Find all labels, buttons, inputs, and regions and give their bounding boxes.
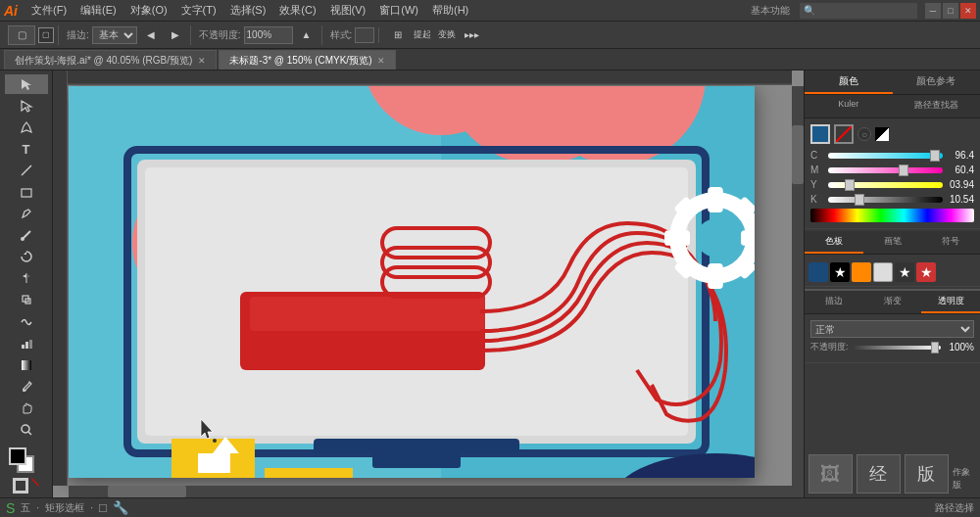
menu-text[interactable]: 文字(T) [175, 1, 222, 20]
brush-tool[interactable] [5, 225, 48, 245]
opacity-panel-value: 100% [945, 342, 974, 352]
stroke-prev-button[interactable]: ◀ [140, 25, 162, 45]
cyan-slider[interactable] [828, 153, 943, 159]
menu-view[interactable]: 视图(V) [324, 1, 372, 20]
rotate-tool[interactable] [5, 247, 48, 266]
foreground-color-swatch[interactable] [9, 447, 26, 465]
tab-brushes[interactable]: 画笔 [863, 231, 922, 254]
thumbnail-label-1: 经 [857, 454, 901, 494]
selection-tool[interactable] [5, 74, 48, 94]
tab-close-1[interactable]: ✕ [198, 56, 206, 66]
scrollbar-horizontal[interactable] [69, 486, 804, 497]
stroke-label: 描边: [67, 28, 89, 42]
graph-tool[interactable] [5, 334, 48, 353]
svg-point-12 [23, 389, 25, 392]
opacity-up[interactable]: ▲ [296, 25, 318, 45]
stroke-color-button[interactable]: ▢ [38, 27, 54, 43]
direct-selection-tool[interactable] [5, 96, 48, 116]
none-swatch[interactable]: ○ [858, 127, 871, 141]
pen-tool[interactable] [5, 118, 48, 137]
mirror-tool[interactable] [5, 268, 48, 288]
tab-kuler[interactable]: Kuler [805, 95, 893, 118]
magenta-slider[interactable] [828, 167, 943, 173]
scrollbar-vertical[interactable] [792, 86, 804, 497]
opacity-label: 不透明度: [199, 28, 241, 42]
dot-sep-2: · [90, 502, 93, 513]
align-label[interactable]: 提起 [412, 25, 433, 45]
gradient-swatch[interactable] [875, 127, 889, 141]
properties-toolbar: ▢ ▢ 描边: 基本 ◀ ▶ 不透明度: ▲ 样式: ⊞ 提起 变换 ▸▸▸ [0, 22, 980, 49]
type-tool[interactable]: T [5, 139, 48, 159]
bottom-panel-tabs: 描边 渐变 透明度 [805, 291, 980, 314]
more-btn[interactable]: ▸▸▸ [461, 25, 482, 45]
tab-symbols[interactable]: 符号 [921, 231, 980, 254]
swatch-navy[interactable] [808, 262, 828, 282]
tab-swatches[interactable]: 色板 [805, 231, 863, 254]
stroke-next-button[interactable]: ▶ [165, 25, 186, 45]
canvas-area[interactable]: A − C B [53, 70, 804, 497]
tab-color-guide[interactable]: 颜色参考 [893, 70, 981, 94]
menu-object[interactable]: 对象(O) [124, 1, 173, 20]
tab-transparency[interactable]: 透明度 [921, 291, 980, 313]
hand-tool[interactable] [5, 399, 48, 418]
eyedropper-tool[interactable] [5, 377, 48, 397]
tab-stroke[interactable]: 描边 [805, 291, 863, 313]
close-button[interactable]: ✕ [960, 3, 976, 19]
style-section: 样式: [326, 27, 380, 43]
menu-file[interactable]: 文件(F) [25, 1, 73, 20]
menu-edit[interactable]: 编辑(E) [74, 1, 122, 20]
tab-document-2[interactable]: 未标题-3* @ 150% (CMYK/预览) ✕ [219, 50, 396, 70]
transform-label[interactable]: 变换 [436, 25, 458, 45]
zoom-tool[interactable] [5, 420, 48, 440]
color-spectrum[interactable] [810, 209, 974, 222]
scale-tool[interactable] [5, 290, 48, 309]
opacity-input[interactable] [244, 26, 293, 44]
yellow-slider[interactable] [828, 182, 943, 188]
selection-mode-button[interactable]: ▢ [8, 25, 35, 45]
style-swatch[interactable] [355, 27, 374, 43]
icon-grid-btn[interactable]: ⊞ [387, 25, 409, 45]
left-toolbar: T [0, 70, 53, 497]
tab-pathfinder[interactable]: 路径查找器 [893, 95, 981, 118]
menu-effect[interactable]: 效果(C) [273, 1, 321, 20]
document-tabs: 创作策划-海报.ai* @ 40.05% (RGB/预览) ✕ 未标题-3* @… [0, 49, 980, 70]
stroke-color-swatch[interactable] [834, 124, 854, 144]
ruler-vertical [53, 70, 68, 486]
swatch-orange[interactable] [852, 262, 871, 282]
blend-mode-select[interactable]: 正常 [810, 320, 974, 338]
menu-help[interactable]: 帮助(H) [426, 1, 474, 20]
color-panel-tabs: 颜色 颜色参考 [805, 70, 980, 95]
thumbnail-1[interactable]: 🖼 [808, 454, 853, 494]
tab-close-2[interactable]: ✕ [377, 56, 385, 66]
stroke-dropdown[interactable]: 基本 [92, 26, 137, 44]
swatches-section: ★ ★ ★ [805, 255, 980, 287]
rect-tool[interactable] [5, 182, 48, 202]
stroke-indicator[interactable] [13, 478, 28, 494]
fill-color-swatch[interactable] [810, 124, 830, 144]
minimize-button[interactable]: ─ [925, 3, 941, 19]
svg-rect-61 [372, 448, 461, 468]
swatch-light[interactable] [873, 262, 893, 282]
yellow-row: Y 03.94 [810, 179, 974, 190]
swatch-red-star[interactable]: ★ [916, 262, 936, 282]
right-panel: 颜色 颜色参考 Kuler 路径查找器 ○ C 96. [804, 70, 980, 497]
swatch-black-star[interactable]: ★ [830, 262, 850, 282]
none-indicator[interactable] [30, 478, 40, 488]
tab-color[interactable]: 颜色 [805, 70, 893, 94]
menu-select[interactable]: 选择(S) [224, 1, 272, 20]
gradient-tool[interactable] [5, 355, 48, 375]
workspace-label: 基本功能 [751, 4, 790, 18]
tab-gradient[interactable]: 渐变 [863, 291, 922, 313]
swatch-dark-star[interactable]: ★ [895, 262, 914, 282]
black-slider[interactable] [828, 197, 943, 203]
svg-line-64 [836, 126, 852, 142]
tab-document-1[interactable]: 创作策划-海报.ai* @ 40.05% (RGB/预览) ✕ [4, 50, 217, 70]
line-tool[interactable] [5, 161, 48, 180]
pencil-tool[interactable] [5, 204, 48, 223]
menu-window[interactable]: 窗口(W) [373, 1, 424, 20]
opacity-panel-slider[interactable] [853, 346, 941, 350]
search-box[interactable]: 🔍 [800, 3, 917, 19]
opacity-panel-label: 不透明度: [810, 341, 849, 353]
warp-tool[interactable] [5, 312, 48, 332]
maximize-button[interactable]: □ [943, 3, 958, 19]
